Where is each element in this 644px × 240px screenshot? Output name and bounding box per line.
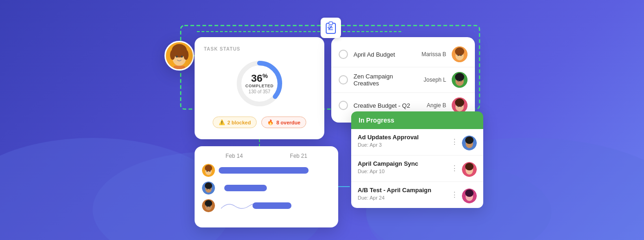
donut-wrapper: 36% COMPLETED 130 of 357	[234, 58, 285, 109]
task-name-1: April Ad Budget	[354, 51, 413, 58]
donut-container: 36% COMPLETED 130 of 357	[204, 58, 315, 109]
more-options-icon-2[interactable]: ⋮	[451, 165, 458, 172]
gantt-date-2: Feb 21	[290, 153, 307, 159]
in-progress-item-3: A/B Test - April Campaign Due: Apr 24 ⋮	[351, 182, 483, 208]
donut-sub-label: 130 of 357	[245, 89, 273, 94]
badge-overdue: 🔥 8 overdue	[261, 117, 306, 128]
svg-point-14	[176, 56, 178, 58]
svg-point-38	[205, 165, 212, 171]
gantt-avatar-2	[202, 182, 215, 195]
task-list-card: April Ad Budget Marissa B Zen Campaign C…	[331, 37, 475, 123]
svg-point-44	[207, 188, 208, 190]
badge-overdue-label: 8 overdue	[276, 120, 300, 125]
svg-point-33	[455, 98, 464, 107]
gantt-bar-container-1	[219, 166, 331, 175]
task-status-card: TASK STATUS 36% COMPLETED 130 of 357	[195, 37, 324, 139]
avatar	[164, 41, 194, 71]
svg-point-45	[209, 188, 211, 190]
svg-point-25	[461, 55, 462, 56]
assignee-avatar-3	[452, 97, 467, 113]
svg-point-49	[207, 206, 208, 208]
in-progress-item-info-3: A/B Test - April Campaign Due: Apr 24	[358, 187, 431, 201]
task-radio-1[interactable]	[339, 50, 348, 59]
assignee-name-1: Marissa B	[418, 51, 446, 58]
in-progress-item-due-3: Due: Apr 24	[358, 195, 431, 201]
gantt-bar-container-3	[219, 201, 331, 210]
assignee-avatar-1	[452, 46, 467, 62]
svg-point-43	[205, 182, 212, 189]
svg-point-35	[461, 106, 462, 107]
gantt-row-3	[202, 199, 331, 212]
svg-rect-16	[173, 66, 185, 71]
in-progress-item-row-1: Ad Updates Approval Due: Apr 3 ⋮	[358, 134, 477, 150]
in-progress-item-info-2: April Campaign Sync Due: Apr 10	[358, 160, 418, 174]
svg-point-12	[170, 50, 175, 60]
in-progress-item-row-3: A/B Test - April Campaign Due: Apr 24 ⋮	[358, 187, 477, 203]
svg-point-50	[209, 206, 211, 208]
in-progress-header: In Progress	[351, 111, 483, 129]
svg-point-15	[181, 56, 183, 58]
gantt-bar-2	[224, 185, 267, 191]
assignee-name-3: Angie B	[418, 102, 446, 109]
clipboard-icon	[325, 21, 336, 34]
task-badges: ⚠️ 2 blocked 🔥 8 overdue	[204, 117, 315, 128]
svg-point-40	[209, 171, 211, 172]
in-progress-item-1: Ad Updates Approval Due: Apr 3 ⋮	[351, 129, 483, 156]
badge-blocked-label: 2 blocked	[227, 120, 251, 125]
svg-point-28	[455, 73, 464, 81]
gantt-date-1: Feb 14	[226, 153, 243, 159]
more-options-icon-3[interactable]: ⋮	[451, 191, 458, 199]
in-progress-item-name-3: A/B Test - April Campaign	[358, 187, 431, 194]
in-progress-avatar-1	[462, 136, 477, 150]
svg-point-48	[205, 200, 212, 207]
task-radio-3[interactable]	[339, 101, 348, 110]
clipboard-icon-container	[321, 18, 341, 38]
svg-point-53	[465, 136, 474, 144]
task-name-3: Creative Budget - Q2	[354, 102, 413, 109]
in-progress-item-info-1: Ad Updates Approval Due: Apr 3	[358, 134, 419, 148]
gantt-header: Feb 14 Feb 21	[202, 153, 331, 159]
svg-point-56	[465, 163, 474, 170]
gantt-row-2	[202, 182, 331, 195]
svg-point-13	[183, 50, 189, 60]
assignee-avatar-2	[452, 72, 467, 88]
gantt-bar-container-2	[219, 184, 331, 192]
svg-point-29	[458, 80, 459, 82]
task-list-item: April Ad Budget Marissa B	[331, 42, 475, 67]
svg-point-59	[465, 189, 474, 197]
warning-icon: ⚠️	[219, 119, 225, 125]
in-progress-title: In Progress	[359, 117, 394, 124]
in-progress-item-due-1: Due: Apr 3	[358, 142, 419, 148]
in-progress-avatar-2	[462, 162, 477, 177]
donut-completed-label: COMPLETED	[245, 84, 273, 88]
in-progress-card: In Progress Ad Updates Approval Due: Apr…	[351, 111, 483, 208]
gantt-avatar-1	[202, 164, 215, 177]
gantt-bar-1	[219, 167, 309, 174]
task-radio-2[interactable]	[339, 75, 348, 84]
donut-center-text: 36% COMPLETED 130 of 357	[245, 73, 273, 94]
svg-rect-18	[329, 22, 333, 25]
gantt-row-1	[202, 164, 331, 177]
in-progress-item-name-2: April Campaign Sync	[358, 160, 418, 167]
assignee-name-2: Joseph L	[418, 77, 446, 83]
svg-point-24	[458, 55, 459, 56]
svg-point-23	[455, 47, 464, 56]
gantt-card: Feb 14 Feb 21	[195, 146, 338, 227]
in-progress-item-2: April Campaign Sync Due: Apr 10 ⋮	[351, 156, 483, 182]
task-status-label: TASK STATUS	[204, 46, 315, 52]
avatar-face	[166, 41, 193, 71]
gantt-bar-3	[253, 202, 292, 209]
gantt-avatar-3	[202, 199, 215, 212]
in-progress-avatar-3	[462, 188, 477, 203]
donut-percent: 36%	[245, 73, 273, 84]
svg-point-34	[458, 106, 459, 107]
in-progress-item-name-1: Ad Updates Approval	[358, 134, 419, 141]
in-progress-item-row-2: April Campaign Sync Due: Apr 10 ⋮	[358, 160, 477, 177]
in-progress-item-due-2: Due: Apr 10	[358, 169, 418, 174]
more-options-icon-1[interactable]: ⋮	[451, 138, 458, 146]
task-list-item: Zen Campaign Creatives Joseph L	[331, 67, 475, 93]
badge-blocked: ⚠️ 2 blocked	[213, 117, 257, 128]
task-name-2: Zen Campaign Creatives	[354, 73, 413, 87]
fire-icon: 🔥	[267, 119, 274, 125]
svg-point-39	[207, 171, 208, 172]
